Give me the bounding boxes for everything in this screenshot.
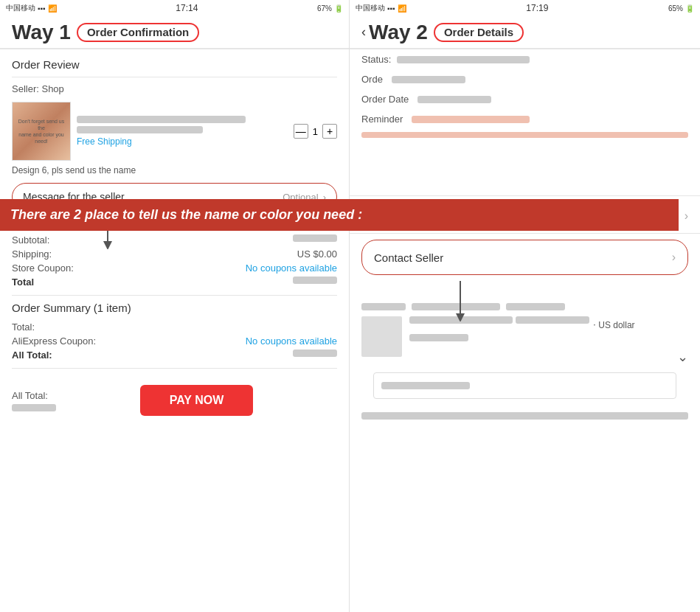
order-label: Orde <box>361 74 383 85</box>
left-battery: 67% <box>317 4 332 13</box>
right-header: ‹ Way 2 Order Details <box>350 16 700 49</box>
subtotal-value <box>293 234 337 242</box>
all-total-row: All Total: <box>12 350 337 361</box>
order-blur <box>392 76 465 83</box>
no-coupons: No coupons available <box>246 262 337 274</box>
product-image-inner: Don't forget send us thename and color y… <box>13 102 70 160</box>
right-order-row: Orde <box>350 69 700 89</box>
right-panel: 中国移动 ▪▪▪ 📶 17:19 65% 🔋 ‹ Way 2 Order Det… <box>350 0 700 612</box>
bottom-product-row: ‧ US dollar ⌄ <box>361 316 688 365</box>
input-blur <box>381 382 470 389</box>
store-coupon-row: Store Coupon: No coupons available <box>12 262 337 274</box>
us-dollar-label: ‧ US dollar <box>593 320 635 330</box>
subtotal-label: Subtotal: <box>12 234 49 246</box>
right-status-section: Status: <box>350 49 700 69</box>
order-date-blur <box>417 96 491 103</box>
pay-now-button[interactable]: PAY NOW <box>140 385 254 416</box>
design-note: Design 6, pls send us the name <box>12 165 337 175</box>
total-value <box>293 277 337 284</box>
bottom-pay-row: All Total: PAY NOW <box>12 375 337 426</box>
left-carrier: 中国移动 <box>6 3 35 13</box>
bottom-blur-3 <box>506 303 565 310</box>
product-desc-2 <box>77 126 203 133</box>
right-bottom-section: ‧ US dollar ⌄ <box>350 303 700 423</box>
right-header-title: Order Details <box>444 26 513 38</box>
right-status-right: 65% 🔋 <box>668 4 694 13</box>
right-battery: 65% <box>668 4 683 13</box>
totals-section: Subtotal: Shipping: US $0.00 Store Coupo… <box>12 234 337 288</box>
right-signal-icon: ▪▪▪ <box>387 4 395 13</box>
left-battery-icon: 🔋 <box>334 4 343 13</box>
right-time: 17:19 <box>526 3 548 13</box>
qty-value: 1 <box>313 126 318 137</box>
banner-spacer <box>350 141 700 192</box>
store-coupon-label: Store Coupon: <box>12 262 74 274</box>
left-content: Order Review Seller: Shop Don't forget s… <box>0 49 349 612</box>
product-image-text: Don't forget send us thename and color y… <box>13 117 70 146</box>
left-wifi-icon: 📶 <box>48 4 57 13</box>
arrow-svg-right <box>446 277 505 321</box>
bottom-product-details: ‧ US dollar ⌄ <box>409 316 688 365</box>
left-status-right: 67% 🔋 <box>317 4 343 13</box>
right-battery-icon: 🔋 <box>685 4 694 13</box>
bottom-product-sub <box>516 316 589 324</box>
bottom-all-total: All Total: <box>12 390 56 411</box>
no-coupons2: No coupons available <box>246 335 337 347</box>
order-review-title: Order Review <box>12 58 337 71</box>
reminder-blur <box>412 116 530 123</box>
shipping-label: Shipping: <box>12 248 52 260</box>
contact-seller-row[interactable]: Contact Seller › <box>361 240 688 275</box>
product-details: Free Shipping <box>77 116 288 147</box>
aliexpress-coupon-label: AliExpress Coupon: <box>12 335 96 347</box>
left-header-title: Order Confirmation <box>87 26 189 38</box>
right-order-date-row: Order Date <box>350 89 700 109</box>
right-wifi-icon: 📶 <box>398 4 406 13</box>
right-status-bar: 中国移动 ▪▪▪ 📶 17:19 65% 🔋 <box>350 0 700 16</box>
left-status-bar: 中国移动 ▪▪▪ 📶 17:14 67% 🔋 <box>0 0 349 16</box>
dropdown-chevron-icon[interactable]: ⌄ <box>677 349 688 365</box>
order-summary-title: Order Summary (1 item) <box>12 302 337 314</box>
seller-row: Seller: Shop <box>12 83 337 94</box>
product-image: Don't forget send us thename and color y… <box>12 102 71 161</box>
bottom-blur-1 <box>361 303 406 310</box>
aliexpress-coupon-row: AliExpress Coupon: No coupons available <box>12 335 337 347</box>
free-shipping: Free Shipping <box>77 136 288 147</box>
right-header-title-box: Order Details <box>434 23 524 42</box>
order-date-label: Order Date <box>361 94 409 105</box>
contact-chevron-icon: › <box>672 251 676 264</box>
contact-seller-label: Contact Seller <box>374 251 443 264</box>
bottom-blur-row-1 <box>361 303 688 310</box>
input-box[interactable] <box>373 372 676 399</box>
bottom-price-blur <box>409 334 468 341</box>
left-time: 17:14 <box>176 3 198 13</box>
right-back-icon[interactable]: ‹ <box>361 24 366 40</box>
way2-label: Way 2 <box>369 21 428 44</box>
qty-minus-btn[interactable]: — <box>294 124 308 139</box>
all-total-value <box>293 350 337 357</box>
left-signal-icon: ▪▪▪ <box>38 4 46 13</box>
right-reminder-row: Reminder <box>350 109 700 129</box>
right-status-left: 中国移动 ▪▪▪ 📶 <box>356 3 406 13</box>
way1-label: Way 1 <box>12 21 71 44</box>
highlight-banner: There are 2 place to tell us the name or… <box>0 199 679 231</box>
product-desc-1 <box>77 116 246 123</box>
right-arrow-area <box>350 281 700 303</box>
dropdown-row: ⌄ <box>409 349 688 365</box>
qty-plus-btn[interactable]: + <box>322 124 337 139</box>
right-carrier: 中国移动 <box>356 3 385 13</box>
status-label: Status: <box>361 54 391 65</box>
total-row: Total <box>12 277 337 288</box>
footer-blur <box>361 412 688 420</box>
left-header-title-box: Order Confirmation <box>77 23 199 42</box>
reminder-label: Reminder <box>361 114 403 125</box>
bottom-all-total-blur <box>12 404 56 411</box>
reminder-second-line <box>361 132 688 138</box>
status-blur <box>397 56 530 63</box>
shipping-row: Shipping: US $0.00 <box>12 248 337 260</box>
total2-label: Total: <box>12 321 35 333</box>
shipping-value: US $0.00 <box>297 248 337 260</box>
main-container: 中国移动 ▪▪▪ 📶 17:14 67% 🔋 Way 1 Order Confi… <box>0 0 700 612</box>
bottom-all-total-label: All Total: <box>12 390 56 401</box>
product-row: Don't forget send us thename and color y… <box>12 102 337 161</box>
left-panel: 中国移动 ▪▪▪ 📶 17:14 67% 🔋 Way 1 Order Confi… <box>0 0 350 612</box>
